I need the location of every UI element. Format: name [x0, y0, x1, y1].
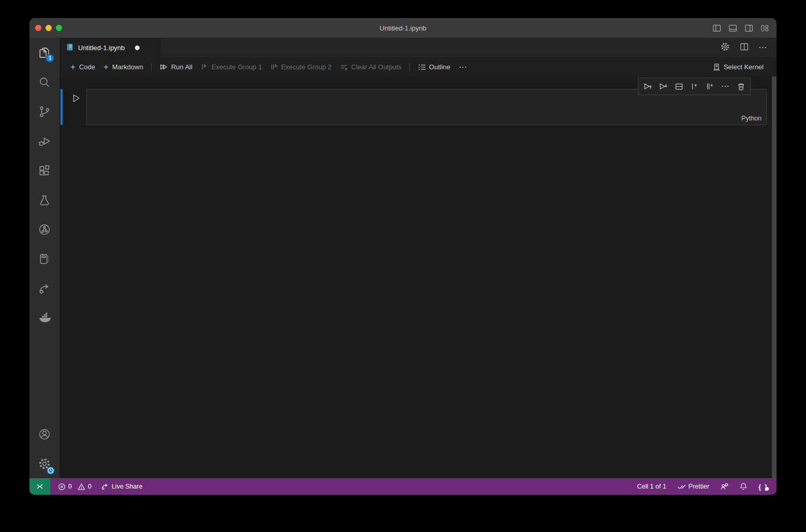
titlebar: Untitled-1.ipynb — [29, 18, 777, 38]
execute-group-2-label: Execute Group 2 — [281, 63, 332, 71]
sidebar-item-extensions[interactable] — [29, 156, 59, 185]
sidebar-item-docker[interactable] — [29, 303, 59, 332]
customize-layout-icon[interactable] — [761, 24, 769, 33]
vertical-scrollbar[interactable] — [772, 77, 777, 478]
settings-button[interactable] — [29, 449, 59, 478]
editor-area: Untitled-1.ipynb ⋯ — [59, 38, 777, 478]
cell-language-picker[interactable]: Python — [741, 115, 762, 122]
clear-all-outputs-button[interactable]: Clear All Outputs — [336, 61, 406, 73]
delete-cell-icon[interactable] — [733, 79, 749, 94]
add-markdown-label: Markdown — [112, 63, 143, 71]
sidebar-item-live-share[interactable] — [29, 273, 59, 303]
sidebar-item-explorer[interactable]: 1 — [29, 38, 59, 67]
account-icon — [38, 428, 51, 441]
editor-actions: ⋯ — [720, 38, 777, 57]
live-share-icon — [101, 482, 109, 491]
window-title: Untitled-1.ipynb — [29, 24, 777, 32]
toolbar-more-actions-button[interactable]: ⋯ — [454, 61, 472, 73]
clear-all-outputs-label: Clear All Outputs — [351, 63, 402, 71]
live-share-status-button[interactable]: Live Share — [101, 482, 143, 491]
insert-markdown-cell-icon[interactable] — [702, 79, 718, 94]
cell-more-actions-icon[interactable]: ⋯ — [718, 79, 733, 94]
warning-count: 0 — [88, 483, 92, 490]
sidebar-item-testing[interactable] — [29, 185, 59, 215]
toggle-secondary-sidebar-icon[interactable] — [744, 24, 753, 33]
workbench-body: 1 — [29, 38, 777, 478]
extensions-icon — [38, 164, 51, 177]
cell-position-indicator[interactable]: Cell 1 of 1 — [637, 483, 666, 490]
status-bar: 0 0 Live Share Cell 1 of 1 — [29, 478, 777, 495]
add-code-cell-button[interactable]: + Code — [66, 60, 99, 73]
sidebar-item-run-debug[interactable] — [29, 126, 59, 156]
more-actions-icon: ⋯ — [459, 63, 467, 71]
debug-icon — [38, 134, 51, 148]
search-icon — [38, 75, 51, 89]
select-kernel-label: Select Kernel — [724, 63, 764, 71]
warning-icon — [78, 483, 85, 491]
remote-indicator[interactable] — [29, 478, 50, 495]
error-icon — [58, 483, 66, 491]
select-kernel-button[interactable]: Select Kernel — [708, 61, 768, 73]
more-actions-icon[interactable]: ⋯ — [758, 43, 767, 52]
bell-icon — [739, 482, 748, 491]
toggle-primary-sidebar-icon[interactable] — [712, 24, 721, 33]
brace-open: { — [758, 483, 762, 491]
sidebar-item-git-graph[interactable] — [29, 215, 59, 244]
problems-indicator[interactable]: 0 0 — [58, 483, 92, 491]
outline-label: Outline — [429, 63, 450, 71]
feedback-button[interactable] — [720, 482, 728, 491]
plus-icon: + — [70, 63, 76, 71]
activity-bar: 1 — [29, 38, 59, 478]
execute-group-1-label: Execute Group 1 — [211, 63, 262, 71]
cell-focus-indicator — [60, 89, 63, 125]
notebook-settings-gear-icon[interactable] — [720, 42, 730, 53]
error-count: 0 — [68, 483, 72, 490]
plus-icon: + — [103, 63, 109, 71]
explorer-badge: 1 — [45, 54, 54, 63]
live-share-icon — [38, 282, 51, 295]
language-status-button[interactable]: {} — [758, 483, 768, 491]
execute-group-2-button[interactable]: Execute Group 2 — [266, 61, 336, 73]
double-check-icon — [677, 483, 686, 491]
vscode-window: Untitled-1.ipynb — [29, 18, 777, 495]
prettier-status-button[interactable]: Prettier — [677, 483, 709, 491]
split-editor-icon[interactable] — [740, 42, 749, 53]
language-status-dot — [765, 487, 769, 491]
toggle-panel-icon[interactable] — [728, 24, 737, 33]
sidebar-item-search[interactable] — [29, 67, 59, 97]
accounts-button[interactable] — [29, 419, 59, 449]
layout-controls — [712, 18, 769, 38]
tab-bar: Untitled-1.ipynb ⋯ — [59, 38, 777, 57]
close-window-button[interactable] — [35, 25, 41, 31]
notebook-file-icon — [66, 43, 74, 53]
toolbar-separator — [151, 63, 151, 71]
execute-above-cells-icon[interactable] — [640, 79, 656, 94]
execute-group-1-button[interactable]: Execute Group 1 — [196, 61, 266, 73]
execute-cell-and-below-icon[interactable] — [656, 79, 671, 94]
toolbar-separator — [409, 63, 410, 71]
execute-group-1-icon — [201, 63, 208, 71]
notifications-bell-button[interactable] — [739, 482, 748, 491]
window-controls — [29, 25, 62, 31]
git-branch-icon — [38, 105, 51, 118]
settings-sync-clock-badge — [47, 466, 55, 475]
notebook-editor: ⋯ Python — [59, 77, 777, 478]
zoom-window-button[interactable] — [56, 25, 62, 31]
remote-icon — [36, 482, 44, 491]
modified-dot-icon[interactable] — [135, 45, 140, 50]
feedback-icon — [720, 482, 728, 491]
add-markdown-cell-button[interactable]: + Markdown — [99, 60, 147, 73]
git-graph-icon — [38, 223, 51, 236]
run-all-button[interactable]: Run All — [155, 60, 196, 73]
cell-toolbar: ⋯ — [638, 78, 751, 95]
sidebar-item-notebooks[interactable] — [29, 244, 59, 273]
sidebar-item-source-control[interactable] — [29, 97, 59, 126]
run-all-label: Run All — [171, 63, 192, 71]
insert-code-cell-icon[interactable] — [687, 79, 702, 94]
outline-list-icon — [418, 63, 426, 71]
outline-button[interactable]: Outline — [414, 61, 454, 73]
minimize-window-button[interactable] — [45, 25, 52, 31]
split-cell-icon[interactable] — [671, 79, 687, 94]
run-cell-button[interactable] — [70, 93, 82, 104]
tab-untitled-1-ipynb[interactable]: Untitled-1.ipynb — [59, 38, 161, 57]
